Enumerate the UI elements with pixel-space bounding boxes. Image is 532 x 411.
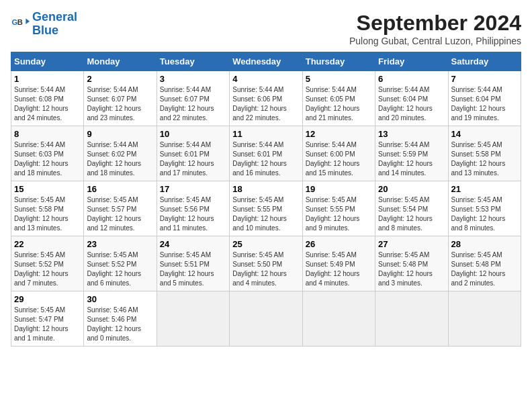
table-row: 15 Sunrise: 5:45 AM Sunset: 5:58 PM Dayl… bbox=[11, 181, 84, 236]
table-row: 9 Sunrise: 5:44 AM Sunset: 6:02 PM Dayli… bbox=[84, 126, 157, 181]
table-row bbox=[157, 291, 229, 347]
day-number: 14 bbox=[451, 129, 518, 139]
day-number: 28 bbox=[451, 239, 518, 249]
title-area: September 2024 Pulong Gubat, Central Luz… bbox=[349, 11, 521, 46]
table-row: 30 Sunrise: 5:46 AM Sunset: 5:46 PM Dayl… bbox=[84, 291, 157, 347]
logo-text: General Blue bbox=[32, 11, 77, 38]
header-tuesday: Tuesday bbox=[157, 52, 229, 71]
header-saturday: Saturday bbox=[448, 52, 521, 71]
day-info: Sunrise: 5:45 AM Sunset: 5:57 PM Dayligh… bbox=[87, 195, 153, 233]
table-row: 3 Sunrise: 5:44 AM Sunset: 6:07 PM Dayli… bbox=[157, 71, 229, 126]
calendar-row: 1 Sunrise: 5:44 AM Sunset: 6:08 PM Dayli… bbox=[11, 71, 521, 126]
table-row: 29 Sunrise: 5:45 AM Sunset: 5:47 PM Dayl… bbox=[11, 291, 84, 347]
day-info: Sunrise: 5:45 AM Sunset: 5:48 PM Dayligh… bbox=[451, 250, 518, 288]
table-row: 18 Sunrise: 5:45 AM Sunset: 5:55 PM Dayl… bbox=[230, 181, 302, 236]
day-number: 17 bbox=[160, 184, 226, 194]
calendar-row: 29 Sunrise: 5:45 AM Sunset: 5:47 PM Dayl… bbox=[11, 291, 521, 347]
day-number: 23 bbox=[87, 239, 153, 249]
logo-icon: G B bbox=[11, 15, 30, 34]
day-number: 30 bbox=[87, 294, 153, 304]
day-number: 8 bbox=[14, 129, 81, 139]
table-row bbox=[448, 291, 521, 347]
logo-line2: Blue bbox=[32, 24, 58, 37]
month-title: September 2024 bbox=[349, 11, 521, 36]
day-info: Sunrise: 5:45 AM Sunset: 5:53 PM Dayligh… bbox=[451, 195, 518, 233]
day-number: 2 bbox=[87, 74, 153, 84]
day-number: 21 bbox=[451, 184, 518, 194]
calendar-table: Sunday Monday Tuesday Wednesday Thursday… bbox=[11, 52, 521, 347]
table-row: 5 Sunrise: 5:44 AM Sunset: 6:05 PM Dayli… bbox=[302, 71, 375, 126]
day-number: 5 bbox=[306, 74, 372, 84]
calendar-row: 15 Sunrise: 5:45 AM Sunset: 5:58 PM Dayl… bbox=[11, 181, 521, 236]
day-info: Sunrise: 5:44 AM Sunset: 6:03 PM Dayligh… bbox=[14, 140, 81, 178]
day-info: Sunrise: 5:45 AM Sunset: 5:52 PM Dayligh… bbox=[14, 250, 81, 288]
header-sunday: Sunday bbox=[11, 52, 84, 71]
calendar-row: 8 Sunrise: 5:44 AM Sunset: 6:03 PM Dayli… bbox=[11, 126, 521, 181]
logo-line1: General bbox=[32, 10, 77, 24]
day-info: Sunrise: 5:44 AM Sunset: 6:07 PM Dayligh… bbox=[160, 85, 226, 123]
table-row: 23 Sunrise: 5:45 AM Sunset: 5:52 PM Dayl… bbox=[84, 236, 157, 291]
location-title: Pulong Gubat, Central Luzon, Philippines bbox=[349, 36, 521, 46]
table-row bbox=[230, 291, 302, 347]
day-number: 11 bbox=[232, 129, 299, 139]
svg-marker-2 bbox=[26, 18, 30, 24]
day-info: Sunrise: 5:45 AM Sunset: 5:47 PM Dayligh… bbox=[14, 306, 81, 343]
header: G B General Blue September 2024 Pulong G… bbox=[11, 11, 521, 46]
day-info: Sunrise: 5:45 AM Sunset: 5:55 PM Dayligh… bbox=[232, 195, 299, 233]
svg-text:B: B bbox=[17, 18, 23, 26]
day-info: Sunrise: 5:44 AM Sunset: 6:02 PM Dayligh… bbox=[87, 140, 153, 178]
table-row: 17 Sunrise: 5:45 AM Sunset: 5:56 PM Dayl… bbox=[157, 181, 229, 236]
table-row: 2 Sunrise: 5:44 AM Sunset: 6:07 PM Dayli… bbox=[84, 71, 157, 126]
table-row bbox=[375, 291, 448, 347]
day-info: Sunrise: 5:44 AM Sunset: 6:00 PM Dayligh… bbox=[306, 140, 372, 178]
day-info: Sunrise: 5:44 AM Sunset: 5:59 PM Dayligh… bbox=[378, 140, 445, 178]
table-row: 14 Sunrise: 5:45 AM Sunset: 5:58 PM Dayl… bbox=[448, 126, 521, 181]
day-number: 19 bbox=[306, 184, 372, 194]
table-row: 26 Sunrise: 5:45 AM Sunset: 5:49 PM Dayl… bbox=[302, 236, 375, 291]
table-row: 8 Sunrise: 5:44 AM Sunset: 6:03 PM Dayli… bbox=[11, 126, 84, 181]
day-info: Sunrise: 5:44 AM Sunset: 6:04 PM Dayligh… bbox=[451, 85, 518, 123]
day-number: 25 bbox=[232, 239, 299, 249]
table-row: 21 Sunrise: 5:45 AM Sunset: 5:53 PM Dayl… bbox=[448, 181, 521, 236]
day-info: Sunrise: 5:45 AM Sunset: 5:52 PM Dayligh… bbox=[87, 250, 153, 288]
day-info: Sunrise: 5:45 AM Sunset: 5:48 PM Dayligh… bbox=[378, 250, 445, 288]
day-info: Sunrise: 5:44 AM Sunset: 6:01 PM Dayligh… bbox=[232, 140, 299, 178]
day-number: 16 bbox=[87, 184, 153, 194]
table-row: 12 Sunrise: 5:44 AM Sunset: 6:00 PM Dayl… bbox=[302, 126, 375, 181]
day-number: 9 bbox=[87, 129, 153, 139]
day-info: Sunrise: 5:44 AM Sunset: 6:08 PM Dayligh… bbox=[14, 85, 81, 123]
day-info: Sunrise: 5:45 AM Sunset: 5:50 PM Dayligh… bbox=[232, 250, 299, 288]
table-row: 11 Sunrise: 5:44 AM Sunset: 6:01 PM Dayl… bbox=[230, 126, 302, 181]
header-thursday: Thursday bbox=[302, 52, 375, 71]
day-number: 13 bbox=[378, 129, 445, 139]
header-wednesday: Wednesday bbox=[230, 52, 302, 71]
day-number: 15 bbox=[14, 184, 81, 194]
day-info: Sunrise: 5:44 AM Sunset: 6:07 PM Dayligh… bbox=[87, 85, 153, 123]
day-number: 6 bbox=[378, 74, 445, 84]
day-number: 22 bbox=[14, 239, 81, 249]
table-row: 16 Sunrise: 5:45 AM Sunset: 5:57 PM Dayl… bbox=[84, 181, 157, 236]
calendar-row: 22 Sunrise: 5:45 AM Sunset: 5:52 PM Dayl… bbox=[11, 236, 521, 291]
day-info: Sunrise: 5:44 AM Sunset: 6:04 PM Dayligh… bbox=[378, 85, 445, 123]
calendar-header-row: Sunday Monday Tuesday Wednesday Thursday… bbox=[11, 52, 521, 71]
table-row: 24 Sunrise: 5:45 AM Sunset: 5:51 PM Dayl… bbox=[157, 236, 229, 291]
table-row: 10 Sunrise: 5:44 AM Sunset: 6:01 PM Dayl… bbox=[157, 126, 229, 181]
day-number: 24 bbox=[160, 239, 226, 249]
day-number: 26 bbox=[306, 239, 372, 249]
day-number: 12 bbox=[306, 129, 372, 139]
day-info: Sunrise: 5:44 AM Sunset: 6:05 PM Dayligh… bbox=[306, 85, 372, 123]
day-number: 10 bbox=[160, 129, 226, 139]
day-info: Sunrise: 5:45 AM Sunset: 5:51 PM Dayligh… bbox=[160, 250, 226, 288]
day-number: 29 bbox=[14, 294, 81, 304]
day-number: 27 bbox=[378, 239, 445, 249]
table-row: 19 Sunrise: 5:45 AM Sunset: 5:55 PM Dayl… bbox=[302, 181, 375, 236]
table-row: 4 Sunrise: 5:44 AM Sunset: 6:06 PM Dayli… bbox=[230, 71, 302, 126]
table-row: 7 Sunrise: 5:44 AM Sunset: 6:04 PM Dayli… bbox=[448, 71, 521, 126]
table-row: 28 Sunrise: 5:45 AM Sunset: 5:48 PM Dayl… bbox=[448, 236, 521, 291]
day-info: Sunrise: 5:45 AM Sunset: 5:58 PM Dayligh… bbox=[14, 195, 81, 233]
table-row: 25 Sunrise: 5:45 AM Sunset: 5:50 PM Dayl… bbox=[230, 236, 302, 291]
day-number: 7 bbox=[451, 74, 518, 84]
day-info: Sunrise: 5:45 AM Sunset: 5:55 PM Dayligh… bbox=[306, 195, 372, 233]
day-info: Sunrise: 5:45 AM Sunset: 5:58 PM Dayligh… bbox=[451, 140, 518, 178]
day-info: Sunrise: 5:46 AM Sunset: 5:46 PM Dayligh… bbox=[87, 306, 153, 343]
